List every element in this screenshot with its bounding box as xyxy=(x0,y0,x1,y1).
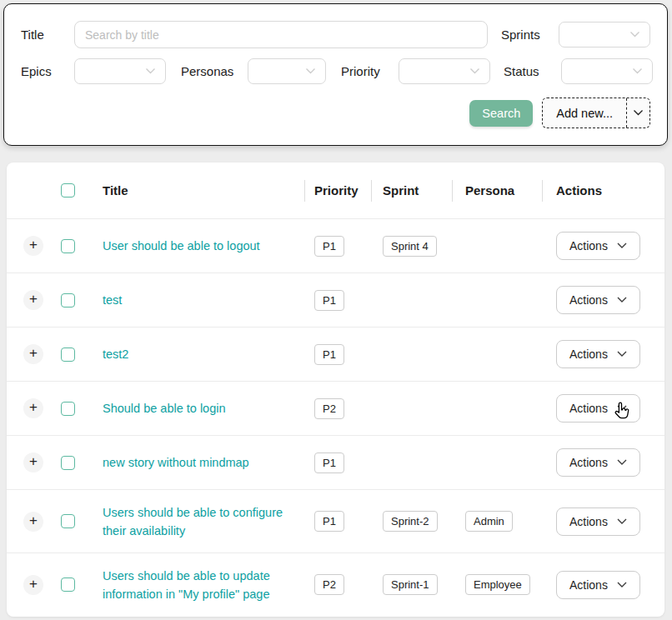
column-header-title: Title xyxy=(94,162,304,218)
expand-row-button[interactable]: + xyxy=(23,512,43,532)
actions-button-label: Actions xyxy=(569,293,608,307)
chevron-down-icon xyxy=(617,582,627,588)
sprints-filter-label: Sprints xyxy=(501,28,559,42)
table-row: + Users should be able to configure thei… xyxy=(7,489,664,552)
story-title-link[interactable]: Users should be able to configure their … xyxy=(103,503,298,540)
sprint-badge: Sprint-2 xyxy=(383,511,438,532)
priority-badge: P1 xyxy=(314,236,344,257)
expand-row-button[interactable]: + xyxy=(23,344,43,364)
select-all-checkbox[interactable] xyxy=(61,183,75,198)
chevron-down-icon xyxy=(617,297,627,303)
sprint-badge: Sprint-1 xyxy=(383,574,438,595)
search-button[interactable]: Search xyxy=(469,100,533,127)
chevron-down-icon xyxy=(469,68,480,75)
priority-badge: P2 xyxy=(314,398,344,419)
row-actions-button[interactable]: Actions xyxy=(556,394,640,422)
table-row: + test2 P1 Actions xyxy=(7,327,664,381)
personas-filter-label: Personas xyxy=(181,64,248,78)
priority-badge: P1 xyxy=(314,344,344,365)
chevron-down-icon xyxy=(617,351,627,358)
chevron-down-icon xyxy=(629,31,640,38)
story-title-link[interactable]: test xyxy=(103,291,122,309)
column-header-actions: Actions xyxy=(542,162,648,218)
row-checkbox[interactable] xyxy=(61,402,75,416)
row-checkbox[interactable] xyxy=(61,578,75,592)
actions-button-label: Actions xyxy=(569,515,608,528)
priority-badge: P1 xyxy=(314,452,344,473)
chevron-down-icon xyxy=(617,459,627,466)
chevron-down-icon xyxy=(632,68,643,75)
table-header-row: Title Priority Sprint Persona Actions xyxy=(7,162,664,218)
priority-select[interactable] xyxy=(399,58,490,84)
filter-panel: Title Sprints Epics Personas Priority St… xyxy=(3,3,668,146)
chevron-down-icon xyxy=(617,518,627,525)
row-actions-button[interactable]: Actions xyxy=(556,508,640,536)
status-select[interactable] xyxy=(561,58,653,84)
actions-button-label: Actions xyxy=(569,348,608,361)
stories-table: Title Priority Sprint Persona Actions + … xyxy=(7,162,664,617)
chevron-down-icon xyxy=(633,109,644,117)
persona-badge: Admin xyxy=(465,511,513,532)
expand-row-button[interactable]: + xyxy=(23,290,43,310)
table-row: + Users should be able to update informa… xyxy=(7,552,664,616)
chevron-down-icon xyxy=(617,242,627,249)
chevron-down-icon xyxy=(617,405,627,412)
title-search-input[interactable] xyxy=(74,21,488,48)
expand-row-button[interactable]: + xyxy=(23,452,43,472)
actions-button-label: Actions xyxy=(569,239,608,252)
status-filter-label: Status xyxy=(504,64,561,78)
column-header-sprint: Sprint xyxy=(371,162,452,218)
add-new-button[interactable]: Add new... xyxy=(542,98,650,128)
sprint-badge: Sprint 4 xyxy=(383,236,437,257)
chevron-down-icon xyxy=(145,68,156,75)
actions-button-label: Actions xyxy=(569,578,608,592)
persona-badge: Employee xyxy=(465,574,530,595)
table-row: + User should be able to logout P1 Sprin… xyxy=(7,218,664,272)
row-actions-button[interactable]: Actions xyxy=(556,340,640,368)
story-title-link[interactable]: test2 xyxy=(103,345,128,363)
row-actions-button[interactable]: Actions xyxy=(556,571,640,599)
epics-filter-label: Epics xyxy=(21,64,74,78)
column-header-persona: Persona xyxy=(452,162,542,218)
epics-select[interactable] xyxy=(74,58,166,84)
expand-row-button[interactable]: + xyxy=(23,398,43,418)
table-body: + User should be able to logout P1 Sprin… xyxy=(7,218,664,616)
add-new-label: Add new... xyxy=(543,98,626,128)
expand-row-button[interactable]: + xyxy=(23,575,43,595)
sprints-select[interactable] xyxy=(559,22,650,48)
table-row: + Should be able to login P2 Actions xyxy=(7,381,664,435)
priority-badge: P2 xyxy=(314,574,344,595)
row-actions-button[interactable]: Actions xyxy=(556,448,640,477)
story-title-link[interactable]: new story without mindmap xyxy=(103,453,249,472)
title-filter-label: Title xyxy=(21,28,74,42)
column-header-priority: Priority xyxy=(304,162,371,218)
row-checkbox[interactable] xyxy=(61,348,75,362)
row-checkbox[interactable] xyxy=(61,293,75,308)
expand-row-button[interactable]: + xyxy=(23,236,43,256)
row-actions-button[interactable]: Actions xyxy=(556,232,640,260)
chevron-down-icon xyxy=(305,68,316,75)
personas-select[interactable] xyxy=(248,58,326,84)
story-title-link[interactable]: Users should be able to update informati… xyxy=(103,567,298,603)
priority-badge: P1 xyxy=(314,290,344,311)
priority-filter-label: Priority xyxy=(341,64,399,78)
row-checkbox[interactable] xyxy=(61,239,75,253)
actions-button-label: Actions xyxy=(569,456,608,469)
actions-button-label: Actions xyxy=(569,402,608,415)
priority-badge: P1 xyxy=(314,511,344,532)
add-new-dropdown-toggle[interactable] xyxy=(626,98,649,128)
row-checkbox[interactable] xyxy=(61,514,75,528)
table-row: + new story without mindmap P1 Actions xyxy=(7,435,664,489)
story-title-link[interactable]: Should be able to login xyxy=(103,399,226,418)
table-row: + test P1 Actions xyxy=(7,272,664,327)
row-checkbox[interactable] xyxy=(61,456,75,470)
story-title-link[interactable]: User should be able to logout xyxy=(103,237,260,255)
row-actions-button[interactable]: Actions xyxy=(556,286,640,314)
